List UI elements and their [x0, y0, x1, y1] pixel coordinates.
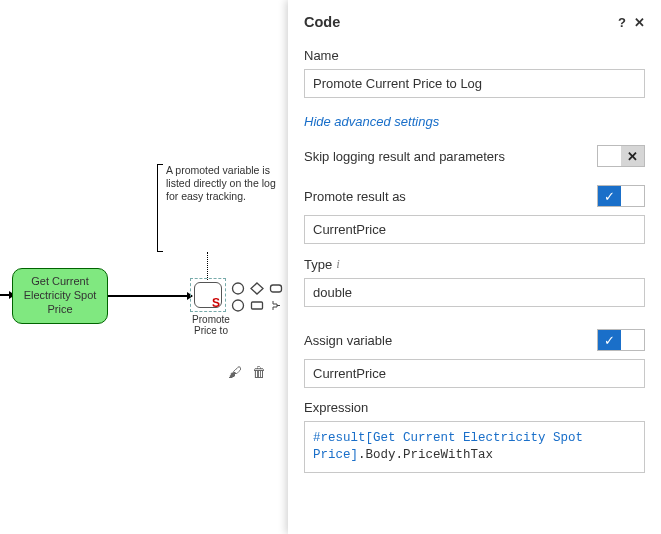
- type-field[interactable]: [304, 278, 645, 307]
- shape-palette: [230, 282, 288, 312]
- svg-rect-3: [251, 302, 262, 309]
- label-skip-logging: Skip logging result and parameters: [304, 149, 505, 164]
- help-icon[interactable]: ?: [618, 15, 626, 30]
- toggle-assign-variable[interactable]: ✓: [597, 329, 645, 351]
- node-label: Get Current Electricity Spot Price: [13, 275, 107, 316]
- label-type-text: Type: [304, 257, 332, 272]
- shape-circle-icon[interactable]: [230, 282, 245, 295]
- label-assign-variable: Assign variable: [304, 333, 392, 348]
- properties-panel: Code ? ✕ Name Hide advanced settings Ski…: [288, 0, 661, 534]
- label-type: Type i: [304, 256, 645, 272]
- svg-point-0: [232, 283, 243, 294]
- shape-rounded-rect-icon[interactable]: [268, 282, 283, 295]
- workflow-canvas[interactable]: Get Current Electricity Spot Price A pro…: [0, 0, 288, 534]
- promote-result-field[interactable]: [304, 215, 645, 244]
- assign-variable-field[interactable]: [304, 359, 645, 388]
- shape-diamond-icon[interactable]: [249, 282, 264, 295]
- expression-field[interactable]: #result[Get Current Electricity Spot Pri…: [304, 421, 645, 473]
- label-expression: Expression: [304, 400, 645, 415]
- toggle-assign-on: ✓: [598, 330, 621, 350]
- shape-rect-icon[interactable]: [249, 299, 264, 312]
- trash-icon[interactable]: 🗑: [252, 364, 266, 380]
- svg-rect-1: [270, 285, 281, 292]
- toggle-skip-logging-off: ✕: [621, 146, 644, 166]
- toggle-promote-on: ✓: [598, 186, 621, 206]
- name-field[interactable]: [304, 69, 645, 98]
- expression-tail: .Body.PriceWithTax: [358, 448, 493, 462]
- close-icon[interactable]: ✕: [634, 15, 645, 30]
- annotation-bracket: [157, 164, 163, 252]
- toggle-promote-off: [621, 186, 644, 206]
- toggle-skip-logging[interactable]: ✕: [597, 145, 645, 167]
- label-name: Name: [304, 48, 645, 63]
- hide-advanced-link[interactable]: Hide advanced settings: [304, 114, 439, 129]
- shape-branch-icon[interactable]: [268, 299, 283, 312]
- toggle-promote-result[interactable]: ✓: [597, 185, 645, 207]
- toggle-assign-off: [621, 330, 644, 350]
- label-promote-result: Promote result as: [304, 189, 406, 204]
- annotation-note: A promoted variable is listed directly o…: [166, 164, 276, 203]
- canvas-tools: 🖌 🗑: [228, 364, 266, 380]
- panel-title: Code: [304, 14, 340, 30]
- info-icon[interactable]: i: [336, 256, 340, 272]
- brush-icon[interactable]: 🖌: [228, 364, 242, 380]
- node-get-current-electricity-spot-price[interactable]: Get Current Electricity Spot Price: [12, 268, 108, 324]
- shape-circle2-icon[interactable]: [230, 299, 245, 312]
- connector-line: [108, 295, 192, 297]
- toggle-skip-logging-on: [598, 146, 621, 166]
- node-promote-price-label: Promote Price to: [188, 314, 234, 336]
- annotation-link-line: [207, 252, 208, 280]
- script-badge-icon: S: [212, 296, 224, 308]
- svg-point-2: [232, 300, 243, 311]
